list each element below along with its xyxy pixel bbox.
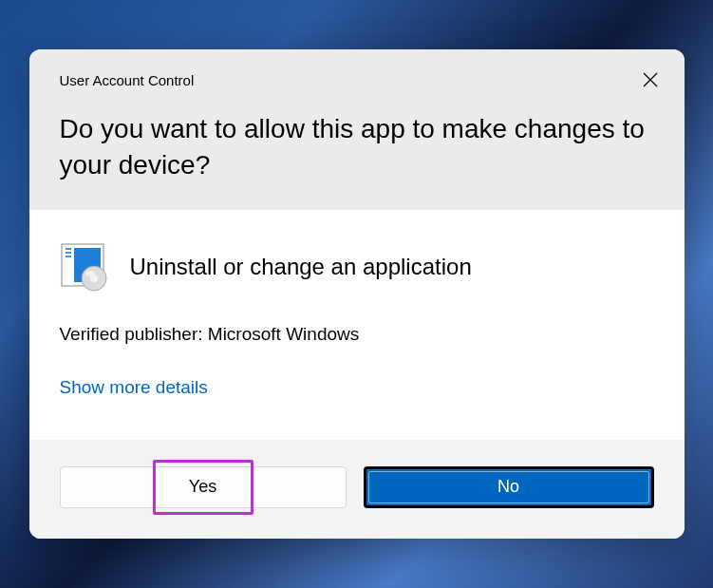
dialog-question: Do you want to allow this app to make ch…	[60, 111, 654, 183]
svg-point-9	[85, 271, 95, 276]
dialog-title: User Account Control	[60, 72, 654, 88]
app-icon	[60, 242, 109, 292]
close-button[interactable]	[637, 66, 664, 93]
no-button[interactable]: No	[364, 466, 654, 508]
publisher-text: Verified publisher: Microsoft Windows	[60, 324, 654, 345]
dialog-footer: Yes No	[29, 440, 685, 539]
app-info-row: Uninstall or change an application	[60, 242, 654, 292]
dialog-body: Uninstall or change an application Verif…	[29, 210, 685, 440]
app-name: Uninstall or change an application	[130, 254, 472, 280]
close-icon	[643, 72, 658, 87]
no-button-label: No	[497, 477, 519, 497]
svg-rect-4	[66, 252, 71, 254]
svg-rect-3	[66, 248, 71, 250]
show-more-details-link[interactable]: Show more details	[60, 377, 654, 398]
uac-dialog: User Account Control Do you want to allo…	[29, 49, 685, 539]
yes-button-label: Yes	[189, 477, 216, 497]
yes-button[interactable]: Yes	[60, 466, 347, 508]
dialog-header: User Account Control Do you want to allo…	[29, 49, 685, 210]
svg-rect-5	[66, 256, 71, 257]
